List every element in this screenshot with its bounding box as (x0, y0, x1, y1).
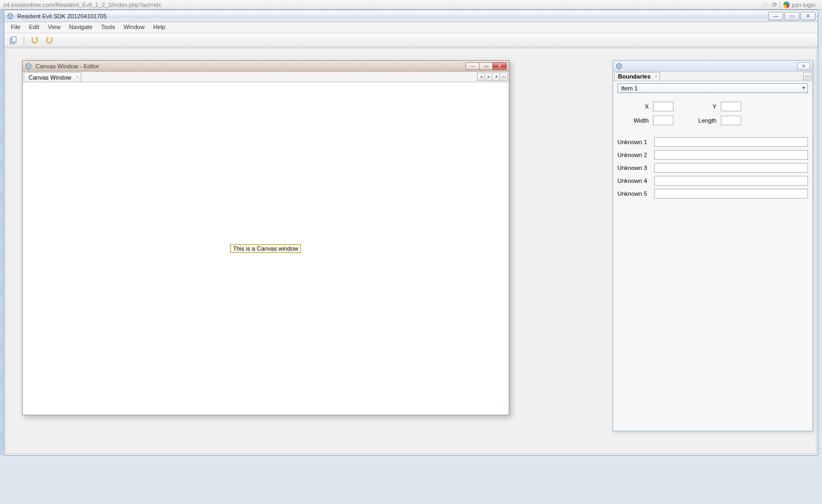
canvas-window-titlebar[interactable]: Canvas Window - Editor — ▭ ✕ (23, 61, 509, 72)
label-x: X (625, 103, 653, 110)
menu-help[interactable]: Help (149, 22, 170, 33)
tab-scroll-left-icon[interactable]: ◂ (477, 73, 485, 81)
boundaries-panel-close-button[interactable]: ✕ (797, 62, 810, 70)
redo-icon[interactable] (44, 34, 55, 46)
row-unknown4: Unknown 4 (617, 176, 808, 186)
tab-dropdown-icon[interactable]: ▾ (492, 73, 500, 81)
input-unknown4[interactable] (654, 176, 808, 186)
canvas-minimize-button[interactable]: — (466, 62, 480, 70)
canvas-tabstrip: Canvas Window × ◂ ▸ ▾ ▭ (23, 72, 509, 82)
browser-url: z4.invisionfree.com/Resident_Evil_1_2_3/… (3, 2, 762, 8)
tab-scroll-right-icon[interactable]: ▸ (484, 73, 493, 81)
row-wl: Width Length (625, 116, 808, 125)
boundaries-tabstrip: Boundaries × ▭ (613, 72, 812, 81)
item-dropdown-selected: Item 1 (621, 85, 638, 91)
canvas-window-title: Canvas Window - Editor (36, 63, 99, 69)
canvas-child-window: Canvas Window - Editor — ▭ ✕ Canvas Wind… (22, 60, 509, 415)
row-unknown5: Unknown 5 (617, 189, 808, 198)
input-unknown1[interactable] (654, 137, 808, 147)
dropdown-arrow-icon: ▼ (802, 86, 806, 90)
bookmark-star-icon[interactable]: ☆ (762, 1, 769, 9)
app-title: Resident Evil SDK 201204101705 (17, 13, 107, 19)
toolbar (4, 33, 818, 47)
input-unknown3[interactable] (654, 163, 808, 173)
boundaries-tab-maximize-icon[interactable]: ▭ (803, 72, 811, 80)
canvas-body[interactable]: This is a Canvas window (23, 82, 509, 415)
menu-view[interactable]: View (44, 22, 65, 33)
row-unknown3: Unknown 3 (617, 163, 808, 173)
boundaries-tab-close-icon[interactable]: × (655, 74, 658, 79)
boundaries-tab-label: Boundaries (618, 73, 651, 80)
menu-window[interactable]: Window (119, 22, 149, 33)
canvas-close-button[interactable]: ✕ (493, 62, 507, 70)
app-window: Resident Evil SDK 201204101705 — ▭ ✕ Fil… (4, 10, 818, 456)
reload-icon[interactable]: ⟳ (772, 1, 777, 9)
input-width[interactable] (653, 116, 673, 125)
label-length: Length (693, 117, 721, 124)
row-unknown2: Unknown 2 (617, 150, 808, 160)
canvas-tabstrip-buttons: ◂ ▸ ▾ ▭ (477, 73, 508, 81)
canvas-window-icon (25, 62, 32, 70)
input-unknown5[interactable] (654, 189, 808, 198)
menu-edit[interactable]: Edit (25, 22, 44, 33)
minimize-button[interactable]: — (768, 12, 783, 20)
row-unknown1: Unknown 1 (617, 137, 808, 147)
undo-icon[interactable] (29, 34, 40, 46)
tab-maximize-icon[interactable]: ▭ (500, 73, 508, 81)
canvas-tab-close-icon[interactable]: × (76, 74, 79, 80)
geometry-fields: X Y Width Length (617, 102, 808, 130)
browser-chrome: z4.invisionfree.com/Resident_Evil_1_2_3/… (0, 0, 822, 10)
menu-tools[interactable]: Tools (97, 22, 120, 33)
row-xy: X Y (625, 102, 808, 111)
boundaries-panel-body: Item 1 ▼ X Y Width Length (613, 81, 812, 204)
label-unknown5: Unknown 5 (617, 190, 654, 197)
canvas-maximize-button[interactable]: ▭ (479, 62, 493, 70)
boundaries-tab[interactable]: Boundaries × (614, 72, 660, 81)
menu-navigate[interactable]: Navigate (65, 22, 96, 33)
close-button[interactable]: ✕ (800, 12, 816, 20)
mdi-client-area: Canvas Window - Editor — ▭ ✕ Canvas Wind… (5, 48, 817, 454)
label-y: Y (693, 103, 721, 110)
input-unknown2[interactable] (654, 150, 808, 160)
window-controls: — ▭ ✕ (768, 12, 816, 20)
input-length[interactable] (721, 116, 741, 125)
menu-file[interactable]: File (6, 22, 25, 33)
google-icon (783, 2, 790, 8)
canvas-placeholder-label: This is a Canvas window (230, 244, 301, 253)
browser-tab-secondary[interactable]: psn login (779, 2, 819, 8)
canvas-window-controls: — ▭ ✕ (466, 62, 507, 70)
toolbar-copy-icon[interactable] (8, 34, 19, 46)
label-unknown4: Unknown 4 (617, 178, 654, 184)
label-unknown1: Unknown 1 (617, 139, 654, 145)
boundaries-panel-titlebar[interactable]: ✕ (613, 61, 812, 72)
label-unknown2: Unknown 2 (617, 152, 654, 158)
toolbar-separator (24, 36, 24, 45)
canvas-tab-label: Canvas Window (29, 74, 71, 81)
canvas-tab[interactable]: Canvas Window × (24, 72, 81, 82)
input-y[interactable] (721, 102, 741, 111)
browser-tab-secondary-label: psn login (792, 2, 816, 8)
boundaries-panel-icon (615, 62, 623, 70)
label-unknown3: Unknown 3 (617, 165, 654, 171)
menu-bar: File Edit View Navigate Tools Window Hel… (4, 22, 818, 33)
maximize-button[interactable]: ▭ (784, 12, 799, 20)
boundaries-panel: ✕ Boundaries × ▭ Item 1 ▼ X (613, 60, 813, 431)
app-icon (6, 12, 14, 20)
label-width: Width (625, 117, 653, 124)
app-titlebar[interactable]: Resident Evil SDK 201204101705 — ▭ ✕ (4, 10, 818, 22)
item-dropdown[interactable]: Item 1 ▼ (617, 83, 808, 93)
input-x[interactable] (653, 102, 673, 111)
svg-rect-1 (12, 37, 16, 42)
